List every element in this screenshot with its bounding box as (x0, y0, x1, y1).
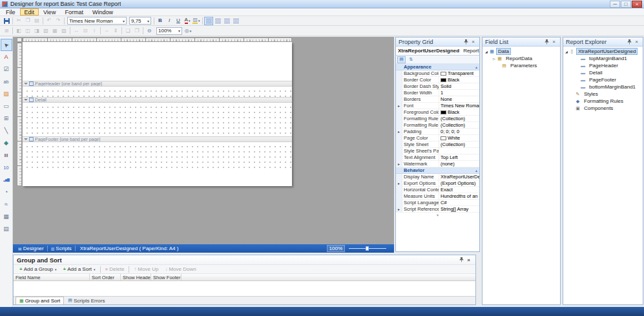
barcode-tool[interactable]: ‖‖ (1, 149, 12, 162)
prop-style-sheet[interactable]: Style Sheet (Collection) (396, 142, 479, 148)
band-content-detail[interactable] (23, 103, 292, 136)
pivotgrid-tool[interactable]: ▦ (1, 211, 12, 223)
pin-icon[interactable] (543, 38, 550, 45)
tree-item-pagefooter[interactable]: ▬ PageFooter (563, 76, 643, 83)
band-header-detail[interactable]: Detail (23, 97, 292, 103)
align-center-button[interactable]: ▾ (213, 17, 222, 25)
align-centers-icon[interactable]: ◫ (23, 26, 32, 35)
picturebox-tool[interactable]: ▨ (1, 88, 12, 100)
prop-page-color[interactable]: Page Color White (396, 135, 479, 142)
close-icon[interactable]: × (633, 38, 640, 45)
minimize-button[interactable]: ─ (610, 1, 620, 8)
category-behavior[interactable]: Behavior ▴ (396, 167, 479, 174)
tree-item-formatting-rules[interactable]: ◆ Formatting Rules (563, 98, 643, 105)
tree-item-detail[interactable]: ▬ Detail (563, 69, 643, 76)
checkbox-tool[interactable]: ☑ (1, 63, 12, 76)
tree-item-reportdata[interactable]: ▷ ▦ ReportData (483, 55, 560, 62)
prop-borders[interactable]: Borders None (396, 96, 479, 103)
categorized-button[interactable]: ▤ (397, 56, 406, 63)
fill-color-button[interactable]: ▨▾ (192, 17, 201, 25)
object-selector[interactable]: XtraReportUserDesigned Report ▾ (396, 47, 479, 56)
menu-view[interactable]: View (39, 8, 60, 16)
add-group-button[interactable]: + Add a Group ▾ (16, 265, 60, 273)
tree-item-styles[interactable]: ✎ Styles (563, 90, 643, 98)
prop-style-sheet-path[interactable]: Style Sheet's Path (396, 148, 479, 154)
prop-script-language[interactable]: Script Language C# (396, 200, 479, 206)
scroll-more-indicator[interactable]: ▾ (396, 213, 479, 218)
same-size-icon[interactable]: ⊡ (81, 26, 90, 35)
band-header-pageheader[interactable]: PageHeader [one band per page] (23, 81, 292, 87)
panel-tool[interactable]: ▭ (1, 100, 12, 112)
tree-item-topmarginband1[interactable]: ▬ topMarginBand1 (563, 55, 643, 62)
tree-item-report[interactable]: ◢ ▯ XtraReportUserDesigned (563, 48, 643, 55)
horizontal-spacing-icon[interactable]: ⇔ (102, 26, 111, 35)
prop-padding[interactable]: ▸ Padding 0; 0; 0; 0 (396, 129, 479, 135)
menu-edit[interactable]: Edit (20, 8, 39, 16)
prop-foreground-color[interactable]: Foreground Color Black (396, 109, 479, 116)
vertical-spacing-icon[interactable]: ⇕ (111, 26, 120, 35)
align-justify-button[interactable]: ▾ (231, 17, 240, 25)
italic-button[interactable]: I▾ (165, 17, 174, 25)
prop-measure-units[interactable]: Measure Units Hundredths of an I... (396, 193, 479, 200)
align-rights-icon[interactable]: ◨ (32, 26, 41, 35)
send-to-back-icon[interactable]: ❐ (132, 26, 141, 35)
group-sort-empty-list[interactable] (14, 281, 475, 297)
gauge-tool[interactable]: ◔ (1, 186, 12, 198)
zoom-out-icon[interactable]: ⊖ (145, 26, 154, 35)
redo-icon[interactable]: ↷ (54, 17, 63, 25)
sparkline-tool[interactable]: ≈ (1, 198, 12, 211)
font-color-button[interactable]: A▾ (183, 17, 192, 25)
subreport-tool[interactable]: ▤ (1, 223, 12, 235)
tab-designer[interactable]: ▤Designer (16, 244, 47, 253)
pin-icon[interactable] (458, 257, 465, 264)
tree-item-bottommarginband1[interactable]: ▬ bottomMarginBand1 (563, 83, 643, 90)
save-button[interactable] (2, 17, 11, 25)
move-up-button[interactable]: ↑ Move Up ▾ (130, 265, 161, 273)
prop-border-width[interactable]: Border Width 1 (396, 90, 479, 96)
zipcode-tool[interactable]: 10 (1, 162, 12, 174)
same-height-icon[interactable]: ↕ (90, 26, 99, 35)
pin-icon[interactable] (626, 38, 633, 45)
column-header[interactable]: Field Name (14, 274, 90, 280)
band-header-pagefooter[interactable]: PageFooter [one band per page] (23, 136, 292, 142)
close-icon[interactable]: × (465, 257, 472, 264)
tree-item-components[interactable]: ▣ Components (563, 105, 643, 112)
report-page[interactable]: PageHeader [one band per page] Detail Pa… (23, 42, 292, 186)
prop-script-references[interactable]: ▸ Script References String[] Array (396, 206, 479, 213)
chart-tool[interactable]: ▂▅▇ (1, 174, 12, 186)
line-tool[interactable]: ╲ (1, 125, 12, 137)
move-down-button[interactable]: ↓ Move Down ▾ (161, 265, 199, 273)
close-icon[interactable]: × (470, 38, 477, 45)
zoom-in-button[interactable]: ◎▾ (183, 26, 192, 35)
paste-icon[interactable]: ▤ (32, 17, 41, 25)
prop-border-color[interactable]: Border Color Black (396, 77, 479, 83)
prop-export-options[interactable]: ▸ Export Options (Export Options) (396, 180, 479, 187)
tree-expander-icon[interactable]: ▷ (492, 57, 497, 61)
bold-button[interactable]: B▾ (156, 17, 165, 25)
report-tab-label[interactable]: XtraReportUserDesigned ( PaperKind: A4 ) (76, 246, 183, 251)
tree-expander-icon[interactable]: ◢ (484, 50, 489, 54)
band-content-pageheader[interactable] (23, 87, 292, 97)
same-width-icon[interactable]: ↔ (72, 26, 81, 35)
delete-button[interactable]: × Delete ▾ (102, 265, 128, 273)
undo-icon[interactable]: ↶ (45, 17, 54, 25)
copy-icon[interactable]: ❐ (23, 17, 32, 25)
prop-formatting-rule-links[interactable]: Formatting Rule Links (Collection) (396, 116, 479, 122)
zoom-slider-thumb[interactable] (366, 246, 369, 251)
align-lefts-icon[interactable]: ◧ (14, 26, 23, 35)
category-appearance[interactable]: Appearance ▴ (396, 64, 479, 70)
bring-to-front-icon[interactable]: ❏ (123, 26, 132, 35)
zoom-slider[interactable] (349, 248, 386, 249)
add-sort-button[interactable]: + Add a Sort ▾ (60, 265, 99, 273)
tree-item-data[interactable]: ◢ ▦ Data (483, 48, 560, 55)
tree-expander-icon[interactable]: ◢ (564, 50, 569, 54)
pointer-tool[interactable]: ➤ (1, 39, 12, 51)
underline-button[interactable]: U▾ (174, 17, 183, 25)
tree-item-parameters[interactable]: ▤ Parameters (483, 62, 560, 69)
tab-scripts[interactable]: ▥Scripts (48, 244, 74, 253)
align-bottoms-icon[interactable]: ▨ (59, 26, 68, 35)
prop-display-name[interactable]: Display Name XtraReportUserDe... (396, 174, 479, 180)
prop-horizontal-content-splitting[interactable]: Horizontal Content Splitting Exact (396, 187, 479, 193)
align-right-button[interactable]: ▾ (222, 17, 231, 25)
pin-icon[interactable] (462, 38, 470, 45)
